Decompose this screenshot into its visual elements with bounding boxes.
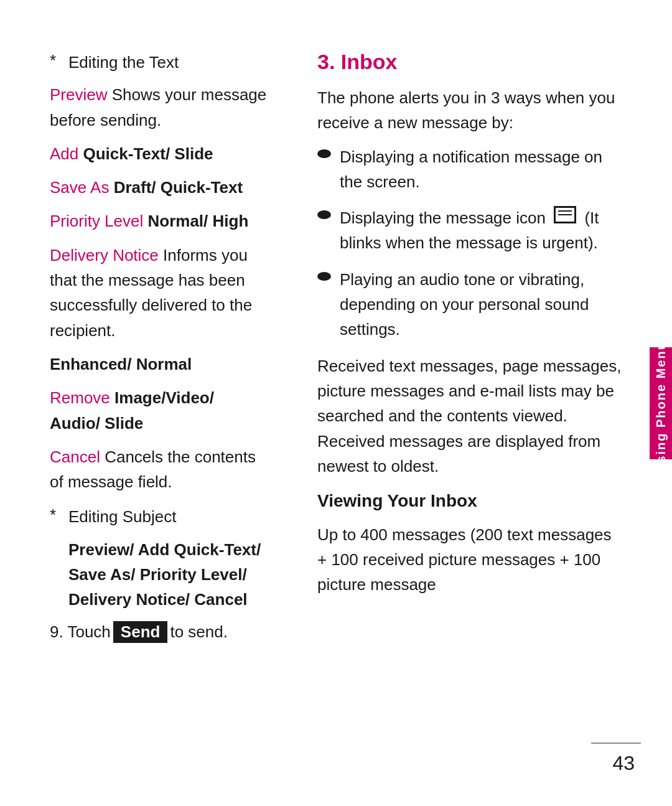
section-title: 3. Inbox	[317, 50, 622, 74]
add-line: Add Quick-Text/ Slide	[50, 141, 268, 166]
save-as-rest: Draft/ Quick-Text	[109, 178, 243, 197]
bullet-2-main: Displaying the message icon	[340, 209, 546, 227]
asterisk-editing-text: * Editing the Text	[50, 50, 268, 75]
priority-line: Priority Level Normal/ High	[50, 209, 268, 233]
send-button-label: Send	[113, 621, 168, 643]
message-icon	[554, 206, 576, 223]
bullet-item-1: Displaying a notification message on the…	[317, 144, 622, 195]
add-rest: Quick-Text/ Slide	[78, 144, 213, 163]
page-number: 43	[612, 752, 635, 775]
bullet-text-2: Displaying the message icon (It blinks w…	[340, 205, 622, 256]
sidebar-tab: Using Phone Menus	[650, 347, 672, 459]
save-as-keyword: Save As	[50, 178, 109, 197]
bullet-text-3: Playing an audio tone or vibrating, depe…	[340, 267, 622, 342]
priority-keyword: Priority Level	[50, 212, 143, 230]
viewing-heading: Viewing Your Inbox	[317, 487, 622, 514]
bullet-dot-2	[317, 210, 331, 219]
left-column: * Editing the Text Preview Shows your me…	[0, 50, 299, 769]
bullet-text-1: Displaying a notification message on the…	[340, 144, 622, 195]
indented-options-text: Preview/ Add Quick-Text/ Save As/ Priori…	[68, 540, 261, 609]
delivery-line: Delivery Notice Informs you that the mes…	[50, 243, 268, 343]
cancel-keyword: Cancel	[50, 448, 100, 466]
bullet-item-3: Playing an audio tone or vibrating, depe…	[317, 267, 622, 342]
touch-send-prefix: 9. Touch	[50, 622, 111, 642]
enhanced-line: Enhanced/ Normal	[50, 352, 268, 377]
priority-rest: Normal/ High	[143, 212, 248, 230]
remove-keyword: Remove	[50, 388, 110, 407]
sidebar-tab-label: Using Phone Menus	[654, 333, 668, 473]
asterisk-symbol-1: *	[50, 51, 68, 70]
bullet-dot-1	[317, 149, 331, 158]
intro-text: The phone alerts you in 3 ways when you …	[317, 85, 622, 136]
preview-line: Preview Shows your message before sendin…	[50, 82, 268, 133]
touch-send-suffix: to send.	[170, 622, 228, 642]
bullet-list: Displaying a notification message on the…	[317, 144, 622, 342]
save-as-line: Save As Draft/ Quick-Text	[50, 175, 268, 200]
remove-line: Remove Image/Video/ Audio/ Slide	[50, 385, 268, 436]
received-text: Received text messages, page messages, p…	[317, 354, 622, 479]
asterisk-symbol-2: *	[50, 505, 68, 525]
right-column: 3. Inbox The phone alerts you in 3 ways …	[299, 50, 672, 769]
delivery-keyword: Delivery Notice	[50, 246, 159, 265]
preview-keyword: Preview	[50, 85, 107, 104]
indented-options-block: Preview/ Add Quick-Text/ Save As/ Priori…	[68, 537, 268, 612]
viewing-text: Up to 400 messages (200 text messages + …	[317, 522, 622, 597]
editing-text-label: Editing the Text	[68, 50, 268, 75]
bullet-dot-3	[317, 272, 331, 281]
bullet-item-2: Displaying the message icon (It blinks w…	[317, 205, 622, 256]
enhanced-text: Enhanced/ Normal	[50, 355, 192, 373]
page-divider	[591, 743, 641, 744]
asterisk-editing-subject: * Editing Subject	[50, 504, 268, 529]
cancel-line: Cancel Cancels the contents of message f…	[50, 444, 268, 495]
touch-send-line: 9. Touch Send to send.	[50, 621, 268, 643]
add-keyword: Add	[50, 144, 78, 163]
editing-subject-label: Editing Subject	[68, 504, 268, 529]
